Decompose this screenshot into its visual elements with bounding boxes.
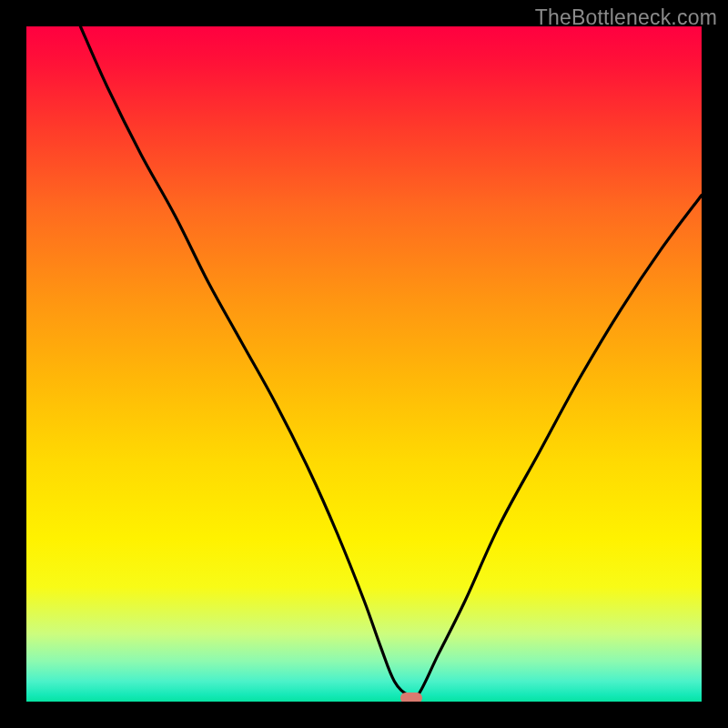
watermark-text: TheBottleneck.com [535, 5, 717, 30]
chart-frame: TheBottleneck.com [0, 0, 728, 728]
plot-area [26, 26, 702, 702]
bottleneck-curve [26, 26, 702, 702]
optimal-point-marker [400, 693, 422, 702]
